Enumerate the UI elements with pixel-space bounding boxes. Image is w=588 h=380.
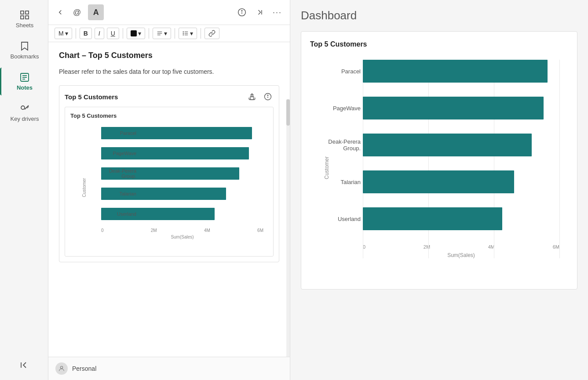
pin-icon <box>255 8 264 17</box>
large-bar-row-0: Paracel <box>363 60 559 83</box>
collapse-icon <box>19 360 30 370</box>
link-button[interactable] <box>205 28 219 39</box>
format-sep-3 <box>149 28 149 39</box>
svg-point-15 <box>241 11 242 11</box>
mini-bar-row-1: PageWave <box>101 147 263 159</box>
avatar <box>55 362 68 375</box>
mini-chart-y-label: Customer <box>82 178 87 197</box>
notes-toolbar-top: @ A ··· <box>48 0 290 25</box>
large-chart: Customer Paracel PageWave Deak-Perera Gr… <box>310 55 568 280</box>
chart-export-button[interactable] <box>246 91 258 102</box>
svg-point-30 <box>267 95 268 96</box>
scrollbar-track[interactable] <box>286 99 290 357</box>
mini-bar-row-3: Talarian <box>101 188 263 200</box>
large-chart-x-axis: 0 2M 4M 6M <box>363 244 559 250</box>
info-button[interactable] <box>236 6 248 18</box>
sidebar-item-sheets[interactable]: Sheets <box>0 5 48 33</box>
dashboard-chart-title: Top 5 Customers <box>310 40 568 48</box>
svg-point-24 <box>183 33 183 33</box>
chart-info-button[interactable] <box>262 91 274 102</box>
back-icon <box>56 8 64 16</box>
sidebar: Sheets Bookmarks Notes Key drivers <box>0 0 48 380</box>
svg-point-31 <box>60 366 62 369</box>
user-icon <box>58 365 65 372</box>
large-bar-row-3: Talarian <box>363 170 559 193</box>
more-button[interactable]: ··· <box>271 6 284 19</box>
export-icon <box>248 93 256 101</box>
svg-rect-2 <box>21 16 24 19</box>
color-chevron-icon: ▾ <box>138 30 141 37</box>
back-button[interactable] <box>55 7 66 18</box>
sidebar-item-collapse[interactable] <box>15 355 33 375</box>
scrollbar-thumb[interactable] <box>286 99 290 126</box>
mini-bar-label-0: Paracel <box>101 130 136 136</box>
large-bar-row-2: Deak-Perera Group. <box>363 134 559 156</box>
format-A-button[interactable]: A <box>88 4 104 20</box>
at-icon: @ <box>73 8 81 17</box>
heading-button[interactable]: M ▾ <box>55 28 72 39</box>
mini-bar-row-2: Deak-Perera Group. <box>101 167 263 180</box>
info-icon <box>237 8 246 17</box>
mention-button[interactable]: @ <box>71 6 83 19</box>
large-bar-label-4: Userland <box>310 216 361 222</box>
bold-button[interactable]: B <box>80 28 92 39</box>
large-bar-1 <box>363 97 544 119</box>
sidebar-label-key-drivers: Key drivers <box>10 116 39 122</box>
sidebar-label-bookmarks: Bookmarks <box>10 53 39 60</box>
sidebar-item-notes[interactable]: Notes <box>0 68 48 95</box>
large-bar-label-0: Paracel <box>310 68 361 75</box>
dashboard-title: Dashboard <box>301 9 577 22</box>
sidebar-item-key-drivers[interactable]: Key drivers <box>0 99 48 127</box>
chart-widget-title: Top 5 Customers <box>65 93 246 101</box>
svg-point-25 <box>183 35 183 35</box>
large-bar-label-2: Deak-Perera Group. <box>310 138 361 152</box>
pin-button[interactable] <box>253 6 266 18</box>
large-bar-label-1: PageWave <box>310 105 361 112</box>
svg-point-8 <box>21 106 25 109</box>
align-button[interactable]: ▾ <box>153 28 171 39</box>
large-chart-y-label: Customer <box>324 156 330 179</box>
mini-bar-row-4: Userland <box>101 208 263 220</box>
large-bar-3 <box>363 170 514 193</box>
note-body: Pleaser refer to the sales data for our … <box>59 67 279 76</box>
chart-widget-header: Top 5 Customers <box>65 91 274 102</box>
mini-bar-label-4: Userland <box>101 211 136 217</box>
svg-line-11 <box>27 107 28 108</box>
mini-chart-title: Top 5 Customers <box>70 112 268 119</box>
link-icon <box>208 30 215 37</box>
color-button[interactable]: ▾ <box>127 28 145 39</box>
large-chart-x-label: Sum(Sales) <box>363 252 559 258</box>
format-sep-1 <box>76 28 76 39</box>
chart-widget: Top 5 Customers Top 5 Customers Cus <box>59 85 279 262</box>
grid-icon <box>19 10 30 20</box>
mini-bar-row-0: Paracel <box>101 127 263 139</box>
notes-content[interactable]: Chart – Top 5 Customers Pleaser refer to… <box>48 42 290 357</box>
underline-button[interactable]: U <box>107 28 119 39</box>
italic-button[interactable]: I <box>95 28 104 39</box>
sidebar-item-bookmarks[interactable]: Bookmarks <box>0 36 48 64</box>
bookmark-icon <box>19 41 30 51</box>
mini-bar-label-2: Deak-Perera Group. <box>101 168 136 179</box>
notes-icon <box>19 72 30 83</box>
dashboard-panel: Dashboard Top 5 Customers Customer Parac… <box>290 0 588 380</box>
key-icon <box>19 103 30 114</box>
mini-chart-x-axis: 0 2M 4M 6M <box>101 228 263 233</box>
sidebar-bottom <box>15 355 33 375</box>
format-sep-5 <box>201 28 201 39</box>
mini-bar-label-3: Talarian <box>101 191 136 196</box>
note-title: Chart – Top 5 Customers <box>59 51 279 60</box>
heading-chevron-icon: ▾ <box>65 30 68 37</box>
svg-line-10 <box>28 106 29 107</box>
color-swatch-icon <box>131 30 137 36</box>
svg-point-23 <box>183 32 183 32</box>
mini-chart: Customer Paracel PageWave Deak-Perera Gr… <box>70 123 268 253</box>
list-button[interactable]: ▾ <box>179 28 197 39</box>
svg-rect-3 <box>26 16 29 19</box>
large-bar-0 <box>363 60 548 83</box>
notes-footer: Personal <box>48 357 290 380</box>
list-chevron-icon: ▾ <box>190 30 193 37</box>
more-icon: ··· <box>273 8 282 17</box>
large-bar-label-3: Talarian <box>310 179 361 185</box>
large-bar-2 <box>363 134 532 156</box>
svg-rect-0 <box>21 11 24 14</box>
